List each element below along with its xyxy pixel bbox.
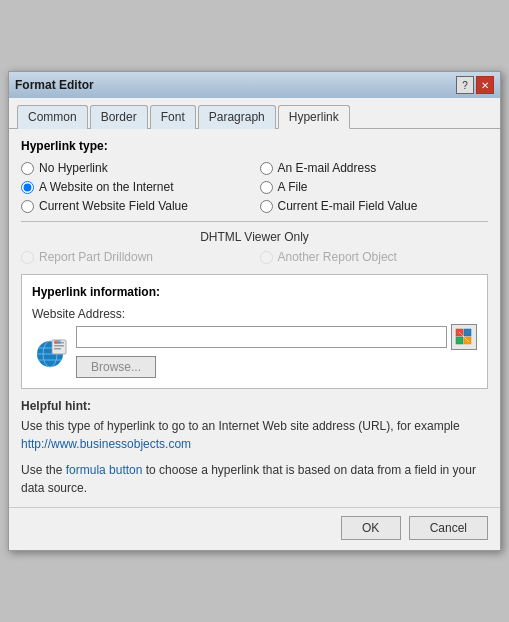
current-email-field-radio[interactable] bbox=[260, 200, 273, 213]
no-hyperlink-label[interactable]: No Hyperlink bbox=[39, 161, 108, 175]
radio-current-email-field: Current E-mail Field Value bbox=[260, 199, 489, 213]
formula-button[interactable] bbox=[451, 324, 477, 350]
hint-url: http://www.businessobjects.com bbox=[21, 437, 191, 451]
website-row: Browse... bbox=[32, 324, 477, 378]
website-internet-radio[interactable] bbox=[21, 181, 34, 194]
radio-website-internet: A Website on the Internet bbox=[21, 180, 250, 194]
radio-current-website-field: Current Website Field Value bbox=[21, 199, 250, 213]
radio-a-file: A File bbox=[260, 180, 489, 194]
hint-text: Use this type of hyperlink to go to an I… bbox=[21, 417, 488, 453]
email-address-radio[interactable] bbox=[260, 162, 273, 175]
website-fields: Browse... bbox=[76, 324, 477, 378]
dhtml-options: Report Part Drilldown Another Report Obj… bbox=[21, 250, 488, 264]
radio-no-hyperlink: No Hyperlink bbox=[21, 161, 250, 175]
current-website-field-radio[interactable] bbox=[21, 200, 34, 213]
website-internet-label[interactable]: A Website on the Internet bbox=[39, 180, 174, 194]
svg-rect-12 bbox=[464, 329, 471, 336]
window-title: Format Editor bbox=[15, 78, 94, 92]
tab-border[interactable]: Border bbox=[90, 105, 148, 129]
svg-rect-7 bbox=[54, 345, 64, 347]
no-hyperlink-radio[interactable] bbox=[21, 162, 34, 175]
title-bar: Format Editor ? ✕ bbox=[9, 72, 500, 98]
hyperlink-type-label: Hyperlink type: bbox=[21, 139, 488, 153]
hyperlink-type-options: No Hyperlink An E-mail Address A Website… bbox=[21, 161, 488, 213]
report-part-drilldown-label[interactable]: Report Part Drilldown bbox=[39, 250, 153, 264]
a-file-label[interactable]: A File bbox=[278, 180, 308, 194]
radio-report-part-drilldown: Report Part Drilldown bbox=[21, 250, 250, 264]
another-report-object-radio[interactable] bbox=[260, 251, 273, 264]
hyperlink-info-title: Hyperlink information: bbox=[32, 285, 477, 299]
tab-paragraph[interactable]: Paragraph bbox=[198, 105, 276, 129]
svg-rect-13 bbox=[456, 337, 463, 344]
dhtml-label: DHTML Viewer Only bbox=[21, 230, 488, 244]
tab-content: Hyperlink type: No Hyperlink An E-mail A… bbox=[9, 129, 500, 507]
radio-email-address: An E-mail Address bbox=[260, 161, 489, 175]
format-editor-window: Format Editor ? ✕ Common Border Font Par… bbox=[8, 71, 501, 551]
url-row bbox=[76, 324, 477, 350]
browse-button[interactable]: Browse... bbox=[76, 356, 156, 378]
current-website-field-label[interactable]: Current Website Field Value bbox=[39, 199, 188, 213]
radio-another-report-object: Another Report Object bbox=[260, 250, 489, 264]
url-input[interactable] bbox=[76, 326, 447, 348]
website-address-label: Website Address: bbox=[32, 307, 477, 321]
cancel-button[interactable]: Cancel bbox=[409, 516, 488, 540]
report-part-drilldown-radio[interactable] bbox=[21, 251, 34, 264]
title-bar-controls: ? ✕ bbox=[456, 76, 494, 94]
email-address-label[interactable]: An E-mail Address bbox=[278, 161, 377, 175]
globe-icon bbox=[32, 332, 70, 370]
a-file-radio[interactable] bbox=[260, 181, 273, 194]
helpful-hint-section: Helpful hint: Use this type of hyperlink… bbox=[21, 399, 488, 497]
ok-button[interactable]: OK bbox=[341, 516, 401, 540]
close-button[interactable]: ✕ bbox=[476, 76, 494, 94]
tabs-row: Common Border Font Paragraph Hyperlink bbox=[9, 98, 500, 129]
formula-link: formula button bbox=[66, 463, 143, 477]
tab-hyperlink[interactable]: Hyperlink bbox=[278, 105, 350, 129]
footer: OK Cancel bbox=[9, 507, 500, 550]
hint-formula: Use the formula button to choose a hyper… bbox=[21, 461, 488, 497]
current-email-field-label[interactable]: Current E-mail Field Value bbox=[278, 199, 418, 213]
tab-font[interactable]: Font bbox=[150, 105, 196, 129]
another-report-object-label[interactable]: Another Report Object bbox=[278, 250, 397, 264]
hint-title: Helpful hint: bbox=[21, 399, 488, 413]
svg-rect-8 bbox=[54, 348, 61, 350]
divider-1 bbox=[21, 221, 488, 222]
help-button[interactable]: ? bbox=[456, 76, 474, 94]
svg-point-10 bbox=[57, 340, 61, 344]
hyperlink-info-box: Hyperlink information: Website Address: bbox=[21, 274, 488, 389]
tab-common[interactable]: Common bbox=[17, 105, 88, 129]
